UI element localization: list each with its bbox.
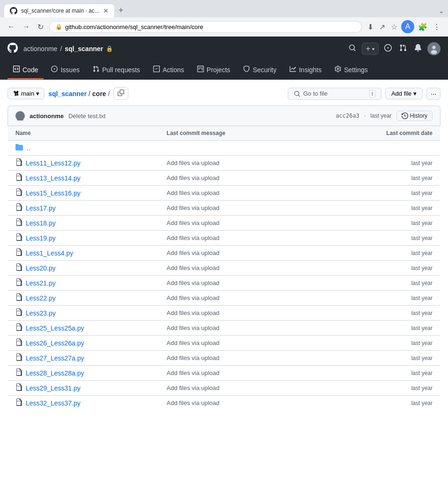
github-logo-icon[interactable] [7, 43, 18, 55]
inbox-icon[interactable] [412, 42, 424, 55]
tab-close-button[interactable]: ✕ [103, 7, 109, 15]
table-row: Less23.py Add files via upload last year [8, 306, 441, 321]
nav-pullrequests-tab[interactable]: Pull requests [87, 61, 146, 79]
nav-settings-tab[interactable]: Settings [329, 61, 373, 79]
pull-request-icon[interactable] [397, 42, 409, 55]
go-to-file-kbd: t [369, 90, 375, 98]
commit-msg-cell: Add files via upload [159, 321, 354, 336]
search-icon[interactable] [347, 42, 358, 55]
commit-msg-cell: Add files via upload [159, 171, 354, 186]
tab-expand-button[interactable]: ⌄ [439, 7, 444, 15]
svg-point-2 [18, 113, 22, 117]
new-tab-button[interactable]: + [115, 4, 127, 17]
breadcrumb-owner-link[interactable]: actiononme [23, 45, 57, 53]
nav-actions-tab[interactable]: Actions [148, 61, 190, 79]
nav-insights-label: Insights [299, 66, 321, 74]
file-name-link[interactable]: Less19.py [26, 234, 56, 242]
file-name-link[interactable]: Less27_Less27a.py [26, 354, 84, 362]
file-name-cell: Less27_Less27a.py [15, 353, 152, 362]
svg-point-3 [17, 118, 23, 120]
file-name-link[interactable]: Less32_Less37.py [26, 399, 81, 407]
commit-hash[interactable]: acc26a3 [336, 113, 359, 119]
nav-projects-tab[interactable]: Projects [192, 61, 236, 79]
file-name-link[interactable]: Less22.py [26, 294, 56, 302]
nav-code-tab[interactable]: Code [7, 61, 44, 79]
branch-chevron-icon: ▾ [36, 90, 39, 97]
table-row: Less26_Less26a.py Add files via upload l… [8, 336, 441, 351]
plus-icon: + [366, 45, 370, 53]
commit-msg-cell: Add files via upload [159, 246, 354, 261]
nav-issues-tab[interactable]: Issues [45, 61, 85, 79]
commit-date-cell: last year [354, 366, 441, 381]
history-button[interactable]: History [396, 111, 433, 121]
file-name-link[interactable]: Less13_Less14.py [26, 174, 81, 182]
commit-msg-cell: Add files via upload [159, 336, 354, 351]
parent-directory-link[interactable]: .. [27, 144, 30, 152]
file-name-link[interactable]: Less28_Less28a.py [26, 369, 84, 377]
file-name-link[interactable]: Less25_Less25a.py [26, 324, 84, 332]
nav-insights-tab[interactable]: Insights [284, 61, 327, 79]
commit-msg-cell: Add files via upload [159, 381, 354, 396]
table-row: Less22.py Add files via upload last year [8, 291, 441, 306]
breadcrumb-repo-link[interactable]: sql_scanner [65, 45, 103, 53]
file-name-link[interactable]: Less11_Less12.py [26, 159, 81, 167]
avatar[interactable] [427, 42, 441, 55]
share-icon[interactable]: ↗ [377, 20, 387, 33]
table-row: Less19.py Add files via upload last year [8, 231, 441, 246]
more-options-button[interactable]: ··· [426, 88, 441, 100]
file-name-cell: Less25_Less25a.py [15, 323, 152, 332]
file-name-link[interactable]: Less15_Less16.py [26, 189, 81, 197]
chevron-down-icon: ▾ [372, 46, 374, 52]
file-table: Name Last commit message Last commit dat… [7, 126, 441, 411]
back-button[interactable]: ← [6, 21, 17, 33]
file-icon [15, 383, 22, 392]
copy-path-button[interactable] [113, 87, 128, 100]
branch-selector-button[interactable]: main ▾ [7, 88, 45, 99]
file-icon [15, 173, 22, 182]
file-name-link[interactable]: Less23.py [26, 309, 56, 317]
refresh-button[interactable]: ↻ [36, 21, 45, 33]
address-input[interactable]: github.com/actiononme/sql_scanner/tree/m… [65, 23, 356, 30]
nav-actions: ⬇ ↗ ☆ A 🧩 ⋮ [366, 20, 442, 33]
file-name-link[interactable]: Less18.py [26, 219, 56, 227]
commit-date-cell: last year [354, 171, 441, 186]
issues-icon[interactable] [382, 42, 394, 55]
file-icon [15, 263, 22, 272]
extensions-icon[interactable]: 🧩 [416, 20, 429, 33]
file-icon [15, 338, 22, 347]
commit-msg-cell: Add files via upload [159, 231, 354, 246]
toolbar-right: Go to file t Add file ▾ ··· [288, 88, 441, 100]
browser-menu-icon[interactable]: ⋮ [431, 20, 442, 33]
file-icon [15, 368, 22, 377]
commit-msg-cell: Add files via upload [159, 366, 354, 381]
commit-author[interactable]: actiononme [30, 113, 64, 120]
forward-button[interactable]: → [21, 21, 32, 33]
file-name-cell: Less29_Less31.py [15, 383, 152, 392]
file-name-link[interactable]: Less17.py [26, 204, 56, 212]
file-name-cell: Less17.py [15, 203, 152, 212]
bookmark-icon[interactable]: ☆ [389, 20, 399, 33]
breadcrumb-repo-link[interactable]: sql_scanner [48, 90, 87, 98]
table-row: Less27_Less27a.py Add files via upload l… [8, 351, 441, 366]
browser-nav-bar: ← → ↻ 🔒 github.com/actiononme/sql_scanne… [0, 17, 448, 36]
file-icon [15, 308, 22, 317]
file-name-link[interactable]: Less1_Less4.py [26, 249, 73, 257]
commit-avatar [15, 111, 25, 120]
browser-tab[interactable]: sql_scanner/core at main · ac... ✕ [4, 4, 115, 17]
file-name-link[interactable]: Less29_Less31.py [26, 384, 81, 392]
add-file-button[interactable]: Add file ▾ [385, 88, 423, 99]
go-to-file-button[interactable]: Go to file t [288, 88, 381, 100]
file-icon [15, 233, 22, 242]
file-name-link[interactable]: Less21.py [26, 279, 56, 287]
commit-date-cell [354, 141, 441, 156]
create-new-icon[interactable]: + ▾ [362, 43, 379, 55]
table-row: Less21.py Add files via upload last year [8, 276, 441, 291]
nav-pullrequests-label: Pull requests [102, 66, 140, 74]
github-header-actions: + ▾ [347, 42, 441, 55]
commit-msg-cell: Add files via upload [159, 201, 354, 216]
file-name-link[interactable]: Less26_Less26a.py [26, 339, 84, 347]
download-icon[interactable]: ⬇ [366, 20, 375, 33]
nav-security-tab[interactable]: Security [238, 61, 282, 79]
file-name-link[interactable]: Less20.py [26, 264, 56, 272]
profile-icon[interactable]: A [401, 20, 414, 33]
